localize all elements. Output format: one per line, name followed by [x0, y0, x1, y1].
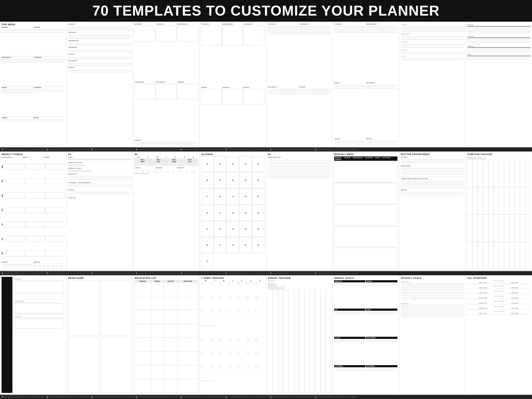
- menu-title: NU: [268, 153, 331, 155]
- day-tuesday: TUESDAY: [33, 27, 65, 56]
- card-title-this-week: THIS WEEK: [2, 23, 65, 26]
- card-weekly-blocks: MONDAY TUESDAY WEDNESDAY THURSDAY SATURD…: [133, 22, 200, 147]
- card-brain-dump: BRAIN DUMP: [67, 275, 133, 394]
- header-title: 70 TEMPLATES TO CUSTOMIZE YOUR PLANNER: [92, 3, 440, 19]
- day-notes: NOTES: [33, 117, 65, 145]
- table-row: [135, 310, 198, 324]
- daily-habits-title: DAILY HABITS: [2, 300, 12, 369]
- goal-entry-7: THE PURPOSE START DATE END DATE: [467, 311, 530, 315]
- weekly-fitness-title: WEEKLY FITNESS: [2, 153, 65, 155]
- nav-dot: [136, 149, 137, 150]
- annual-goals-title: ANNUAL GOALS: [334, 277, 397, 279]
- table-row: [135, 365, 198, 379]
- nav-dot: [91, 149, 93, 150]
- quarterly-goals-title: ARTERLY GOALS: [401, 277, 464, 279]
- nav-dot: [46, 272, 48, 274]
- card-symptom-tracker: SYMPTOM TRACKER JAN FEB MAR APR MAY JUN …: [466, 152, 532, 271]
- annual-tracker-title: ANNUAL TRACKER: [268, 277, 331, 279]
- nav-dot: [180, 149, 182, 150]
- card-weekly-lined: TUESDAY THURSDAY: [266, 22, 333, 147]
- goal-purpose-5: THE PURPOSE: [467, 301, 530, 302]
- day-wednesday: WEDNESDAY: [2, 57, 33, 87]
- nav-bar-1: JAN FEB MAR APR MAY JUN JUL AUG SEP OCT …: [0, 148, 532, 152]
- nav-dot: [2, 396, 3, 398]
- nav-dot: [91, 272, 93, 274]
- nav-dot: [225, 272, 227, 274]
- table-row: [135, 282, 198, 296]
- nav-dot: [180, 272, 182, 274]
- nav-bar-text-1: JAN FEB MAR APR MAY JUN JUL AUG SEP OCT …: [4, 149, 45, 150]
- goal-purpose-4: THE PURPOSE: [467, 296, 530, 297]
- week-grid-1: MONDAY TUESDAY WEDNESD: [2, 27, 65, 146]
- day-sunday: SUNDAY: [2, 117, 33, 145]
- table-row: [135, 351, 198, 365]
- day-monday: MONDAY: [2, 27, 33, 56]
- goal-purpose-1: THE PURPOSE: [467, 280, 530, 282]
- card-weekly-tasks: TUESDAY WEDNESDAY: [333, 22, 399, 147]
- goal-purpose-7: THE PURPOSE: [467, 311, 530, 312]
- nav-dot: [136, 272, 137, 274]
- card-weekly-fitness: WEEKLY FITNESS WORKOUTS MEALS NOTES MON …: [0, 152, 67, 271]
- template-row-2: WEEKLY FITNESS WORKOUTS MEALS NOTES MON …: [0, 152, 532, 271]
- card-goal-overview: OAL OVERVIEW THE PURPOSE START DATE END …: [466, 275, 532, 394]
- day-thursday: THURSDAY: [33, 57, 65, 87]
- nav-dot: [315, 272, 316, 274]
- card-annual-tracker: ANNUAL TRACKER TRACKING SEPTEMBER OCTOBE…: [266, 275, 333, 394]
- nav-dot: [270, 149, 272, 150]
- goal-entry-6: THE PURPOSE START DATE END DATE: [467, 306, 530, 310]
- table-row: [135, 337, 198, 351]
- habit-tracker-title: Y HABIT TRACKER: [201, 277, 264, 279]
- fitness-sets-title: SS: [135, 153, 198, 155]
- goal-entry-4: THE PURPOSE START DATE END DATE: [467, 296, 530, 299]
- table-row: [135, 296, 198, 310]
- nav-bar-3: JAN FEB MAR APR MAY JUN JUL AUG SEP OCT …: [0, 395, 532, 399]
- nav-dot: [270, 396, 272, 398]
- card-menu: NU SHOPPING LIST: [266, 152, 333, 271]
- card-weekly-side: Tuesday Thursday Saturday Notes: [466, 22, 532, 147]
- table-row: [135, 379, 198, 393]
- doctor-appt-title: DOCTOR APPOINTMENT: [401, 153, 464, 155]
- card-quarterly-goals: ARTERLY GOALS QUARTER 1 QUARTER 4: [399, 275, 466, 394]
- card-challenge: ALLENGE 01 02 03 04 05 06 07 08 09 10 11…: [200, 152, 266, 271]
- nav-dot: [2, 272, 3, 274]
- nav-dot: [270, 272, 272, 274]
- card-doctor-appt: DOCTOR APPOINTMENT PT INFO SYMPTOMS: [399, 152, 466, 271]
- daily-habits-sidebar: DAILY HABITS: [2, 277, 13, 393]
- card-weekly-minimal: TUESDAY WEDNESDAY THURSDAY SATURDAY NOTE…: [399, 22, 466, 147]
- nav-dot: [91, 396, 93, 398]
- quarter-4-section: QUARTER 4: [401, 303, 464, 317]
- card-annual-goals: ANNUAL GOALS FEBRUARY MARCH: [333, 275, 399, 394]
- card-habit-tracker: Y HABIT TRACKER M T W T F S S: [200, 275, 266, 394]
- fitness-ss-title: SS: [68, 153, 131, 155]
- challenge-title: ALLENGE: [201, 153, 264, 155]
- card-fitness-sets: SS M T W T F S S SET 1 SET 2 SET 3 SET 4: [133, 152, 200, 271]
- template-row-1: THIS WEEK MONDAY TUESDAY: [0, 22, 532, 148]
- card-monthly-menu: MONTHLY MENU MONDAY TUESDAY WEDNESDAY TH…: [333, 152, 399, 271]
- card-medication-list: MEDICATION LIST PRODUCT BRAND DOCTOR STA…: [133, 275, 200, 394]
- brain-dump-title: BRAIN DUMP: [68, 277, 131, 279]
- nav-dot: [315, 396, 316, 398]
- card-fitness-tracker: SS GOAL MOOD TRACKER ENERGY: [67, 152, 133, 271]
- nav-bar-text-2: JAN FEB MAR APR MAY JUN JUL AUG SEP OCT …: [4, 273, 45, 274]
- nav-dot: [225, 149, 227, 150]
- table-row: [135, 324, 198, 337]
- card-daily-habits: DAILY HABITS MORNING AFTERNOON EVENING: [0, 275, 67, 394]
- card-this-week: THIS WEEK MONDAY TUESDAY: [0, 22, 67, 147]
- monthly-menu-title: MONTHLY MENU: [334, 153, 397, 155]
- main-content: THIS WEEK MONDAY TUESDAY: [0, 22, 532, 399]
- nav-dot: [46, 396, 48, 398]
- nav-bar-text-3: JAN FEB MAR APR MAY JUN JUL AUG SEP OCT …: [4, 396, 45, 398]
- nav-dot: [225, 396, 227, 398]
- template-row-3: DAILY HABITS MORNING AFTERNOON EVENING: [0, 275, 532, 395]
- goal-entry-2: THE PURPOSE START DATE END DATE: [467, 285, 530, 289]
- day-saturday: SATURDAY: [33, 87, 65, 117]
- goal-entry-1: THE PURPOSE START DATE END DATE: [467, 280, 530, 284]
- card-weekly-list: MONDAY TUESDAY WEDNESDAY THURSDAY: [67, 22, 133, 147]
- symptom-tracker-title: SYMPTOM TRACKER: [467, 153, 530, 155]
- nav-dot: [2, 149, 3, 150]
- goal-overview-title: OAL OVERVIEW: [467, 277, 530, 279]
- goal-purpose-3: THE PURPOSE: [467, 291, 530, 292]
- nav-bar-2: JAN FEB MAR APR MAY JUN JUL AUG SEP OCT …: [0, 271, 532, 275]
- medication-list-title: MEDICATION LIST: [135, 277, 198, 279]
- day-friday: FRIDAY: [2, 87, 33, 117]
